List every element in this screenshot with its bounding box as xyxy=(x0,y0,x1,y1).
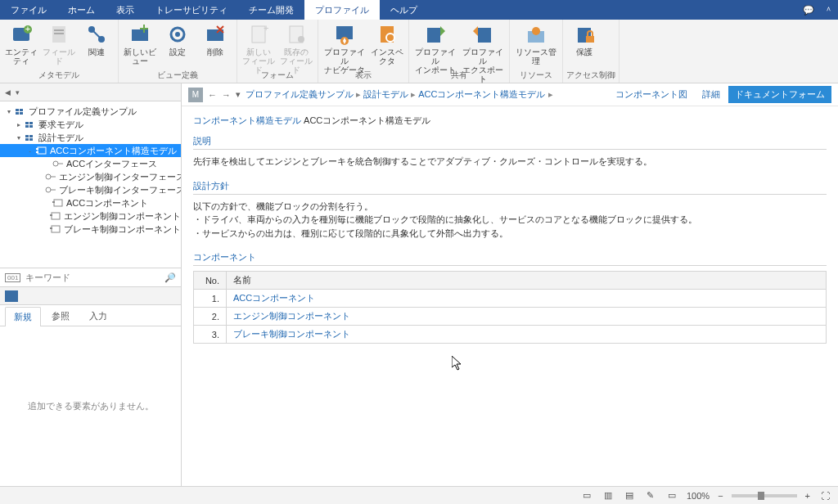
ribbon-new-view[interactable]: 新しいビュー xyxy=(122,21,158,67)
status-icon[interactable]: ✎ xyxy=(644,489,657,502)
lock-icon xyxy=(573,23,596,46)
table-row[interactable]: 2.エンジン制御コンポーネント xyxy=(194,308,827,326)
svg-point-50 xyxy=(46,187,51,192)
ribbon: +エンティティフィールド関連メタモデル新しいビュー設定削除ビュー定義+新しいフィ… xyxy=(0,20,838,83)
fullscreen-icon[interactable]: ⛶ xyxy=(818,489,831,502)
ribbon-profile-import[interactable]: プロファイルインポート xyxy=(412,21,458,67)
ribbon-settings[interactable]: 設定 xyxy=(160,21,196,67)
breadcrumb-item[interactable]: ACCコンポーネント構造モデル xyxy=(418,89,545,99)
ribbon-protect[interactable]: 保護 xyxy=(566,21,602,67)
svg-text:+: + xyxy=(264,23,268,33)
left-toolbar xyxy=(0,287,181,305)
bc-back-icon[interactable]: ← xyxy=(208,90,217,100)
components-table: No. 名前 1.ACCコンポーネント2.エンジン制御コンポーネント3.ブレーキ… xyxy=(193,271,827,344)
tree-node[interactable]: -ACCコンポーネント構造モデル xyxy=(0,144,181,157)
menu-表示[interactable]: 表示 xyxy=(106,0,145,20)
section-body: 以下の方針で、機能ブロックの分割を行う。 ・ドライバ、車両からの入力を種別毎に機… xyxy=(193,200,827,241)
view-コンポーネント図[interactable]: コンポーネント図 xyxy=(609,86,694,103)
status-icon[interactable]: ▭ xyxy=(580,489,593,502)
menu-チーム開発[interactable]: チーム開発 xyxy=(238,0,304,20)
document-content: コンポーネント構造モデル ACCコンポーネント構造モデル 説明 先行車を検出して… xyxy=(182,106,838,486)
status-icon[interactable]: ▤ xyxy=(623,489,636,502)
cmp-icon xyxy=(50,224,61,234)
svg-rect-4 xyxy=(54,29,64,31)
tree-node[interactable]: ブレーキ制御コンポーネント xyxy=(0,223,181,236)
svg-point-13 xyxy=(175,32,180,37)
pkg-icon xyxy=(25,119,36,129)
tree-node[interactable]: エンジン制御コンポーネント xyxy=(0,209,181,223)
table-row[interactable]: 3.ブレーキ制御コンポーネント xyxy=(194,326,827,344)
status-icon[interactable]: ▭ xyxy=(665,489,678,502)
menu-トレーサビリティ[interactable]: トレーサビリティ xyxy=(145,0,238,20)
ribbon-delete[interactable]: 削除 xyxy=(197,21,233,67)
left-empty-message: 追加できる要素がありません。 xyxy=(0,326,181,486)
tree-node[interactable]: エンジン制御インターフェース xyxy=(0,170,181,183)
section-title: 設計方針 xyxy=(193,180,827,195)
zoom-out-icon[interactable]: − xyxy=(718,491,723,501)
svg-rect-40 xyxy=(29,135,33,137)
comp-icon xyxy=(36,146,47,155)
bc-dropdown-icon[interactable]: ▾ xyxy=(236,89,241,100)
entity-icon: + xyxy=(10,23,33,46)
menu-ファイル[interactable]: ファイル xyxy=(0,0,57,20)
newfield-icon: + xyxy=(247,23,270,46)
breadcrumb-item[interactable]: 設計モデル xyxy=(363,89,408,99)
menu-プロファイル[interactable]: プロファイル xyxy=(304,0,380,20)
ribbon-profile-navigator[interactable]: プロファイルナビゲータ xyxy=(322,21,367,67)
bc-fwd-icon[interactable]: → xyxy=(222,90,231,100)
search-input[interactable] xyxy=(25,272,160,282)
table-row[interactable]: 1.ACCコンポーネント xyxy=(194,290,827,308)
ribbon-resource-mgmt[interactable]: リソース管理 xyxy=(513,21,559,67)
tree-node[interactable]: ACCインターフェース xyxy=(0,157,181,170)
menu-ヘルプ[interactable]: ヘルプ xyxy=(380,0,428,20)
ribbon-entity[interactable]: +エンティティ xyxy=(3,21,39,67)
svg-rect-37 xyxy=(25,125,29,128)
ifc-icon xyxy=(52,159,64,169)
view-ドキュメントフォーム[interactable]: ドキュメントフォーム xyxy=(728,86,831,103)
expand-icon[interactable]: ＾ xyxy=(818,4,838,16)
chevron-down-icon[interactable]: ▾ xyxy=(16,88,20,97)
svg-rect-39 xyxy=(25,135,29,137)
menu-bar: ファイルホーム表示トレーサビリティチーム開発プロファイルヘルプ 💬 ＾ xyxy=(0,0,838,20)
svg-rect-54 xyxy=(52,213,60,219)
cmp-icon xyxy=(50,211,61,221)
view-詳細[interactable]: 詳細 xyxy=(696,86,727,103)
doc-name: ACCコンポーネント構造モデル xyxy=(304,115,430,125)
menu-ホーム[interactable]: ホーム xyxy=(57,0,106,20)
breadcrumb-item[interactable]: プロファイル定義サンプル xyxy=(246,89,354,99)
search-go-icon[interactable]: 🔎 xyxy=(164,272,176,283)
svg-rect-25 xyxy=(427,28,440,43)
svg-rect-26 xyxy=(478,28,491,43)
field-icon xyxy=(47,23,70,46)
left-tab-参照[interactable]: 参照 xyxy=(43,306,79,326)
svg-rect-57 xyxy=(50,227,52,229)
tool-icon[interactable] xyxy=(5,290,18,302)
delete-icon xyxy=(204,23,227,46)
svg-point-46 xyxy=(53,161,58,166)
nav-back-icon[interactable]: ◀ xyxy=(5,88,11,97)
tree-root[interactable]: ▾プロファイル定義サンプル xyxy=(0,105,181,118)
section-components: コンポーネント No. 名前 1.ACCコンポーネント2.エンジン制御コンポーネ… xyxy=(193,251,827,344)
zoom-slider[interactable] xyxy=(732,494,797,497)
message-icon[interactable]: 💬 xyxy=(799,5,818,16)
tree-node[interactable]: ブレーキ制御インターフェース xyxy=(0,183,181,196)
tree-node[interactable]: ▸要求モデル xyxy=(0,118,181,131)
svg-point-20 xyxy=(298,36,304,43)
ribbon-profile-export[interactable]: プロファイルエクスポート xyxy=(460,21,506,67)
left-panel: ◀ ▾ ▾プロファイル定義サンプル▸要求モデル▾設計モデル-ACCコンポーネント… xyxy=(0,83,182,486)
ifc-icon xyxy=(45,172,56,182)
breadcrumb-bar: M ← → ▾ プロファイル定義サンプル ▸ 設計モデル ▸ ACCコンポーネン… xyxy=(182,83,838,106)
zoom-in-icon[interactable]: + xyxy=(805,491,810,501)
tree-node[interactable]: ACCコンポーネント xyxy=(0,196,181,209)
status-icon[interactable]: ▥ xyxy=(601,489,615,502)
nav-icon xyxy=(333,23,356,46)
svg-rect-32 xyxy=(20,109,23,111)
left-tab-入力[interactable]: 入力 xyxy=(80,306,116,326)
tree-node[interactable]: ▾設計モデル xyxy=(0,131,181,144)
col-name: 名前 xyxy=(227,272,827,290)
svg-line-8 xyxy=(93,31,100,38)
left-tab-新規[interactable]: 新規 xyxy=(5,307,41,326)
status-bar: ▭ ▥ ▤ ✎ ▭ 100% − + ⛶ xyxy=(0,486,838,504)
ribbon-inspector[interactable]: インスペクタ xyxy=(369,21,405,67)
ribbon-relation[interactable]: 関連 xyxy=(79,21,115,67)
